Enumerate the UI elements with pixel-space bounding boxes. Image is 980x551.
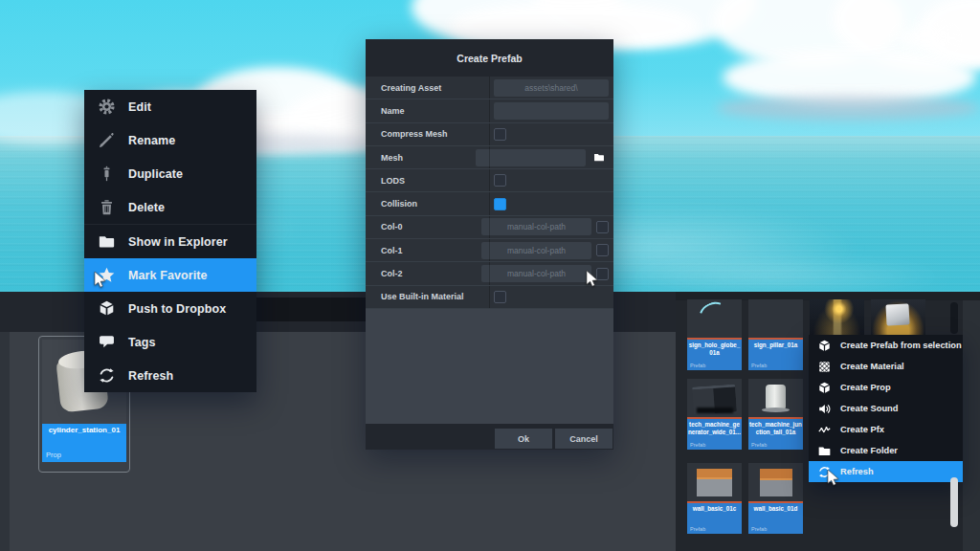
asset-type-badge: Prefab — [751, 442, 767, 448]
menu-item-edit[interactable]: Edit — [84, 90, 256, 123]
col-0-checkbox[interactable] — [596, 221, 609, 233]
asset-name: wall_basic_01c — [687, 503, 742, 513]
asset-type-badge: Prefab — [690, 363, 705, 368]
asset-type-badge: Prefab — [690, 442, 705, 448]
menu-item-delete[interactable]: Delete — [84, 190, 256, 224]
field-row-col-2: Col-2 — [366, 262, 613, 285]
menu-item-create-sound[interactable]: Create Sound — [809, 398, 963, 419]
ocean-sparkle — [612, 256, 957, 297]
name-input[interactable] — [494, 102, 609, 120]
menu-item-label: Tags — [128, 336, 156, 349]
field-row-use-builtin-material: Use Built-in Material — [366, 286, 613, 309]
menu-item-push-to-dropbox[interactable]: Push to Dropbox — [84, 292, 256, 325]
asset-tile-label: cylinder_station_01 Prop — [42, 424, 126, 462]
chat-bubble-icon — [96, 334, 117, 350]
menu-item-label: Mark Favorite — [128, 269, 208, 282]
panel-gutter — [0, 332, 10, 551]
cube-icon — [816, 340, 833, 352]
brush-icon — [96, 132, 117, 148]
asset-thumbnail — [687, 379, 742, 417]
col-1-checkbox[interactable] — [596, 244, 609, 256]
field-row-name: Name — [366, 99, 613, 122]
field-row-lods: LODS — [366, 169, 613, 192]
asset-tile-partial[interactable] — [871, 299, 925, 338]
gear-icon — [96, 99, 117, 115]
asset-thumbnail — [748, 463, 803, 501]
menu-item-label: Rename — [128, 134, 175, 147]
asset-name: tech_machine_junction_tall_01a — [748, 419, 803, 436]
ok-button[interactable]: Ok — [495, 429, 552, 449]
col-1-input[interactable] — [481, 242, 591, 259]
cancel-button[interactable]: Cancel — [555, 429, 612, 449]
compress-mesh-checkbox[interactable] — [494, 128, 506, 141]
asset-tile[interactable]: tech_machine_junction_tall_01a Prefab — [748, 379, 803, 450]
asset-tile-partial[interactable] — [810, 299, 864, 338]
creating-asset-input[interactable] — [494, 79, 609, 97]
trash-icon — [96, 199, 117, 215]
syringe-icon — [96, 165, 117, 182]
menu-item-create-prefab-from-selection[interactable]: Create Prefab from selection — [809, 335, 963, 356]
menu-item-label: Create Sound — [840, 404, 898, 413]
asset-name: sign_holo_globe_01a — [687, 340, 742, 357]
asset-thumbnail — [748, 299, 803, 338]
create-prefab-dialog: Create Prefab Creating Asset Name Compre… — [366, 39, 613, 450]
lods-checkbox[interactable] — [494, 174, 506, 187]
menu-item-create-pfx[interactable]: Create Pfx — [809, 419, 963, 440]
field-row-col-1: Col-1 — [366, 239, 613, 262]
field-row-collision: Collision — [366, 192, 613, 215]
mouse-cursor — [586, 270, 600, 289]
col-0-input[interactable] — [481, 218, 591, 235]
menu-item-mark-favorite[interactable]: Mark Favorite — [84, 258, 256, 292]
asset-tile[interactable]: sign_holo_globe_01a Prefab — [687, 299, 742, 370]
menu-item-label: Duplicate — [128, 167, 183, 181]
dialog-title: Create Prefab — [366, 39, 613, 77]
field-row-mesh: Mesh — [366, 146, 613, 169]
asset-thumbnail — [748, 379, 803, 417]
menu-item-tags[interactable]: Tags — [84, 325, 256, 359]
menu-item-label: Edit — [128, 100, 151, 114]
asset-thumbnail — [687, 299, 742, 338]
menu-item-create-folder[interactable]: Create Folder — [809, 440, 963, 461]
menu-item-show-in-explorer[interactable]: Show in Explorer — [84, 224, 256, 258]
editor-viewport: cylinder_station_01 Prop sign_holo_globe… — [0, 0, 980, 551]
use-builtin-material-checkbox[interactable] — [494, 291, 506, 303]
folder-icon — [816, 445, 833, 457]
waveform-icon — [816, 424, 833, 436]
asset-name: wall_basic_01d — [748, 503, 803, 513]
asset-tile[interactable]: sign_pillar_01a Prefab — [748, 299, 803, 370]
collision-checkbox[interactable] — [494, 198, 506, 210]
asset-type-badge: Prefab — [690, 526, 705, 532]
menu-item-duplicate[interactable]: Duplicate — [84, 157, 256, 190]
asset-thumbnail — [687, 463, 742, 501]
menu-item-refresh[interactable]: Refresh — [84, 359, 256, 392]
menu-item-create-prop[interactable]: Create Prop — [809, 377, 963, 398]
field-row-col-0: Col-0 — [366, 216, 613, 239]
scrollbar-thumb[interactable] — [950, 477, 958, 527]
asset-tile[interactable]: wall_basic_01d Prefab — [748, 463, 803, 534]
material-pattern-icon — [816, 361, 833, 373]
asset-thumbnail — [871, 299, 925, 338]
mesh-browse-button[interactable] — [590, 150, 609, 165]
menu-item-label: Create Prefab from selection — [840, 341, 962, 350]
dialog-body: Creating Asset Name Compress Mesh Mesh L… — [366, 77, 613, 309]
asset-type-badge: Prop — [46, 451, 61, 459]
asset-type-badge: Prefab — [751, 526, 767, 532]
menu-item-label: Show in Explorer — [128, 235, 228, 249]
scrollbar-thumb-top[interactable] — [950, 302, 958, 334]
menu-item-create-material[interactable]: Create Material — [809, 356, 963, 377]
speaker-icon — [816, 403, 833, 415]
asset-name: sign_pillar_01a — [748, 340, 803, 349]
asset-type-badge: Prefab — [751, 363, 767, 368]
col-2-input[interactable] — [481, 265, 591, 282]
asset-name: tech_machine_generator_wide_01... — [687, 419, 742, 436]
menu-item-rename[interactable]: Rename — [84, 123, 256, 157]
asset-name: cylinder_station_01 — [42, 424, 126, 435]
menu-item-label: Push to Dropbox — [128, 302, 226, 316]
asset-thumbnail — [810, 299, 864, 338]
asset-tile[interactable]: tech_machine_generator_wide_01... Prefab — [687, 379, 742, 450]
mouse-cursor — [827, 469, 841, 488]
mesh-input[interactable] — [476, 149, 586, 166]
asset-tile[interactable]: wall_basic_01c Prefab — [687, 463, 742, 534]
field-row-creating-asset: Creating Asset — [366, 77, 613, 99]
cube-icon — [816, 382, 833, 394]
